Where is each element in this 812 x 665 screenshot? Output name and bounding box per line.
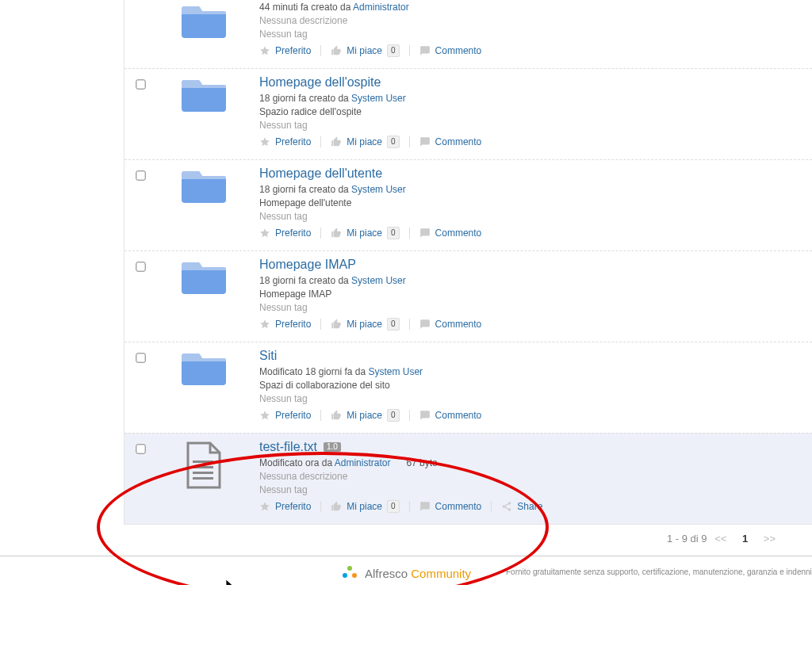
svg-rect-0 (193, 461, 213, 463)
item-title-line: Homepage IMAP (259, 258, 804, 272)
svg-point-7 (347, 566, 352, 571)
svg-rect-3 (193, 477, 213, 480)
item-description: Nessuna descrizione (259, 471, 804, 482)
svg-point-8 (343, 573, 347, 578)
like-action[interactable]: Mi piace0 (331, 318, 399, 331)
item-actions: PreferitoMi piace0Commento (259, 318, 804, 337)
like-action[interactable]: Mi piace0 (331, 44, 399, 57)
favorite-label: Preferito (275, 45, 311, 56)
favorite-action[interactable]: Preferito (259, 136, 311, 147)
comment-action[interactable]: Commento (419, 45, 482, 56)
version-badge: 1.0 (324, 442, 341, 452)
separator (409, 45, 410, 56)
list-item: 44 minuti fa creato da AdministratorNess… (124, 0, 812, 68)
item-description: Spazio radice dell'ospite (259, 106, 804, 117)
item-title[interactable]: test-file.txt (259, 440, 317, 454)
item-title-line: Siti (259, 349, 804, 363)
comment-icon (419, 501, 431, 512)
comment-label: Commento (435, 227, 482, 239)
like-action[interactable]: Mi piace0 (331, 136, 399, 148)
comment-icon (419, 136, 431, 147)
item-created-line: 18 giorni fa creato da System User (259, 93, 804, 104)
favorite-action[interactable]: Preferito (259, 501, 311, 512)
thumbnail[interactable] (148, 165, 259, 212)
select-checkbox[interactable] (136, 79, 145, 89)
item-tags: Nessun tag (259, 120, 804, 131)
thumbnail[interactable] (148, 438, 259, 497)
paginator-current: 1 (742, 533, 748, 545)
item-title[interactable]: Homepage dell'ospite (259, 75, 381, 90)
favorite-action[interactable]: Preferito (259, 410, 311, 421)
comment-label: Commento (435, 410, 482, 421)
alfresco-logo-icon (341, 564, 358, 582)
share-action[interactable]: Share (501, 501, 542, 512)
svg-point-5 (503, 505, 506, 508)
comment-action[interactable]: Commento (419, 501, 482, 512)
user-link[interactable]: Administrator (335, 457, 391, 468)
thumbnail[interactable] (148, 256, 259, 304)
favorite-action[interactable]: Preferito (259, 319, 311, 330)
comment-action[interactable]: Commento (419, 410, 482, 421)
item-meta: test-file.txt1.0Modificato ora da Admini… (259, 438, 812, 524)
user-link[interactable]: System User (351, 93, 406, 104)
select-checkbox[interactable] (136, 170, 145, 180)
select-checkbox[interactable] (136, 353, 145, 362)
separator (320, 136, 321, 147)
separator (409, 501, 410, 512)
item-description: Homepage dell'utente (259, 197, 804, 208)
comment-action[interactable]: Commento (419, 136, 482, 147)
like-count: 0 (387, 318, 400, 331)
thumb-up-icon (331, 319, 342, 330)
favorite-action[interactable]: Preferito (259, 227, 311, 239)
user-link[interactable]: Administrator (353, 2, 409, 13)
select-column (124, 165, 148, 183)
thumb-up-icon (331, 45, 342, 56)
favorite-action[interactable]: Preferito (259, 45, 311, 56)
select-column (124, 347, 148, 365)
item-actions: PreferitoMi piace0Commento (259, 44, 804, 63)
share-label: Share (517, 501, 542, 512)
thumb-up-icon (331, 501, 342, 512)
separator (320, 45, 321, 56)
list-item: Homepage dell'ospite18 giorni fa creato … (124, 68, 812, 159)
favorite-label: Preferito (275, 501, 311, 512)
like-label: Mi piace (347, 227, 382, 239)
footer-brand: Alfresco Community (365, 567, 471, 580)
star-icon (259, 136, 270, 147)
separator (320, 319, 321, 330)
like-action[interactable]: Mi piace0 (331, 227, 399, 239)
like-label: Mi piace (347, 319, 382, 330)
thumbnail[interactable] (148, 0, 259, 48)
like-action[interactable]: Mi piace0 (331, 500, 399, 513)
select-checkbox[interactable] (136, 444, 145, 453)
item-title[interactable]: Homepage dell'utente (259, 166, 382, 181)
item-tags: Nessun tag (259, 393, 804, 404)
footer: Alfresco Community Fornito gratuitamente… (0, 556, 812, 585)
thumbnail[interactable] (148, 74, 259, 121)
paginator-prev[interactable]: << (714, 533, 726, 545)
like-count: 0 (387, 136, 400, 148)
thumbnail[interactable] (148, 347, 259, 395)
comment-label: Commento (435, 45, 482, 56)
select-checkbox[interactable] (136, 262, 145, 271)
list-item: Homepage dell'utente18 giorni fa creato … (124, 159, 812, 250)
like-action[interactable]: Mi piace0 (331, 409, 399, 422)
svg-rect-2 (193, 472, 213, 474)
item-tags: Nessun tag (259, 211, 804, 222)
select-column (124, 256, 148, 274)
item-created-line: 44 minuti fa creato da Administrator (259, 2, 804, 13)
comment-action[interactable]: Commento (419, 227, 482, 239)
item-title[interactable]: Homepage IMAP (259, 258, 356, 272)
comment-icon (419, 45, 431, 56)
user-link[interactable]: System User (368, 366, 423, 377)
comment-icon (419, 227, 431, 239)
item-title[interactable]: Siti (259, 349, 277, 363)
user-link[interactable]: System User (351, 184, 406, 195)
list-item: SitiModificato 18 giorni fa da System Us… (124, 342, 812, 433)
user-link[interactable]: System User (351, 275, 406, 286)
paginator-next[interactable]: >> (764, 533, 776, 545)
item-meta: 44 minuti fa creato da AdministratorNess… (259, 0, 812, 68)
comment-action[interactable]: Commento (419, 319, 482, 330)
star-icon (259, 45, 270, 56)
star-icon (259, 319, 270, 330)
